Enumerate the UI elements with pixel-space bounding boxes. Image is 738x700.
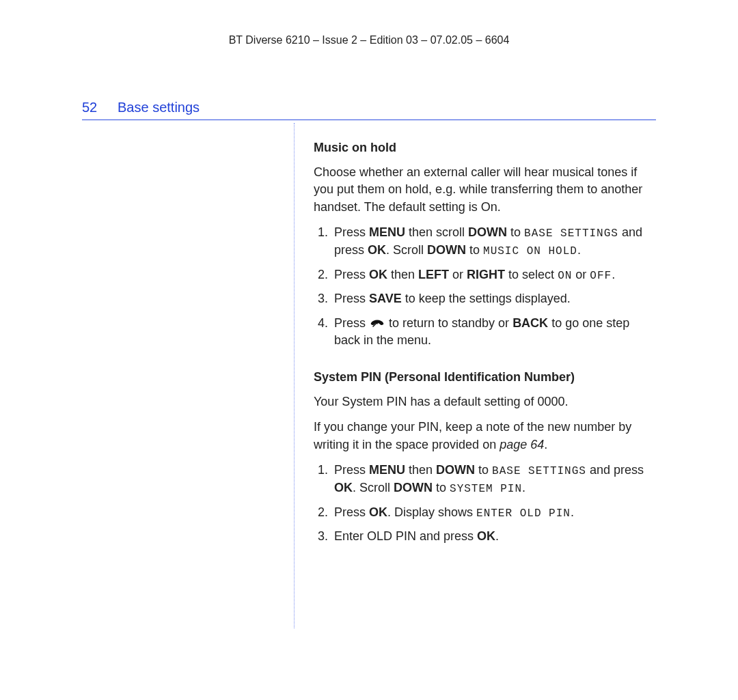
- system-pin-default: Your System PIN has a default setting of…: [314, 393, 656, 411]
- text: to keep the settings displayed.: [402, 292, 571, 305]
- right-column-content: Music on hold Choose whether an external…: [295, 120, 656, 628]
- key-ok: OK: [334, 481, 353, 494]
- text: Enter OLD PIN and press: [334, 529, 477, 543]
- music-on-hold-steps: Press MENU then scroll DOWN to BASE SETT…: [314, 224, 656, 350]
- lcd-off: OFF: [590, 270, 612, 282]
- text: Press: [334, 268, 369, 281]
- lcd-music-on-hold: MUSIC ON HOLD: [483, 245, 577, 257]
- document-header: BT Diverse 6210 – Issue 2 – Edition 03 –…: [82, 34, 656, 46]
- page-ref: page 64: [500, 438, 544, 451]
- key-back: BACK: [512, 316, 548, 330]
- left-column-empty: [82, 120, 294, 628]
- text: . Scroll: [386, 243, 427, 257]
- text: Press: [334, 292, 369, 305]
- list-item: Press MENU then DOWN to BASE SETTINGS an…: [331, 462, 656, 496]
- manual-page: BT Diverse 6210 – Issue 2 – Edition 03 –…: [0, 0, 738, 656]
- key-save: SAVE: [369, 292, 402, 305]
- text: .: [571, 505, 574, 519]
- end-call-icon: [369, 317, 385, 329]
- text: to: [507, 225, 524, 239]
- text: to select: [505, 268, 558, 281]
- key-ok: OK: [369, 268, 387, 281]
- system-pin-heading: System PIN (Personal Identification Numb…: [314, 369, 656, 387]
- two-column-layout: Music on hold Choose whether an external…: [82, 120, 656, 628]
- text: then scroll: [405, 225, 468, 239]
- text: to: [475, 463, 492, 477]
- text: .: [612, 268, 615, 281]
- lcd-enter-old-pin: ENTER OLD PIN: [476, 507, 571, 520]
- key-down: DOWN: [436, 463, 475, 477]
- list-item: Press OK then LEFT or RIGHT to select ON…: [331, 266, 656, 284]
- text: . Scroll: [353, 481, 394, 494]
- lcd-base-settings: BASE SETTINGS: [492, 465, 586, 477]
- key-ok: OK: [368, 243, 386, 257]
- text: . Display shows: [387, 505, 476, 519]
- text: If you change your PIN, keep a note of t…: [314, 420, 631, 451]
- section-header-row: 52 Base settings: [82, 100, 656, 115]
- key-ok: OK: [477, 529, 495, 543]
- key-ok: OK: [369, 505, 387, 519]
- text: then: [387, 268, 418, 281]
- key-down: DOWN: [427, 243, 466, 257]
- text: Press: [334, 316, 369, 330]
- text: .: [544, 438, 547, 451]
- music-on-hold-intro: Choose whether an external caller will h…: [314, 164, 656, 216]
- text: to return to standby or: [385, 316, 512, 330]
- lcd-on: ON: [558, 270, 572, 282]
- text: or: [572, 268, 590, 281]
- list-item: Enter OLD PIN and press OK.: [331, 528, 656, 546]
- system-pin-steps: Press MENU then DOWN to BASE SETTINGS an…: [314, 462, 656, 546]
- text: then: [405, 463, 436, 477]
- key-menu: MENU: [369, 463, 405, 477]
- key-right: RIGHT: [467, 268, 505, 281]
- list-item: Press OK. Display shows ENTER OLD PIN.: [331, 504, 656, 522]
- text: .: [495, 529, 499, 543]
- text: and press: [586, 463, 644, 477]
- text: Press: [334, 463, 369, 477]
- system-pin-note: If you change your PIN, keep a note of t…: [314, 419, 656, 453]
- text: Press: [334, 225, 369, 239]
- key-down: DOWN: [468, 225, 507, 239]
- key-down: DOWN: [394, 481, 433, 494]
- text: .: [522, 481, 525, 494]
- lcd-base-settings: BASE SETTINGS: [524, 227, 618, 240]
- text: .: [577, 243, 581, 257]
- text: Press: [334, 505, 369, 519]
- list-item: Press MENU then scroll DOWN to BASE SETT…: [331, 224, 656, 259]
- section-title: Base settings: [118, 100, 200, 115]
- lcd-system-pin: SYSTEM PIN: [450, 483, 522, 495]
- key-left: LEFT: [418, 268, 449, 281]
- page-number: 52: [82, 100, 101, 115]
- music-on-hold-heading: Music on hold: [314, 139, 656, 157]
- text: or: [449, 268, 467, 281]
- text: to: [466, 243, 483, 257]
- list-item: Press SAVE to keep the settings displaye…: [331, 290, 656, 308]
- text: to: [433, 481, 450, 494]
- key-menu: MENU: [369, 225, 405, 239]
- list-item: Press to return to standby or BACK to go…: [331, 315, 656, 350]
